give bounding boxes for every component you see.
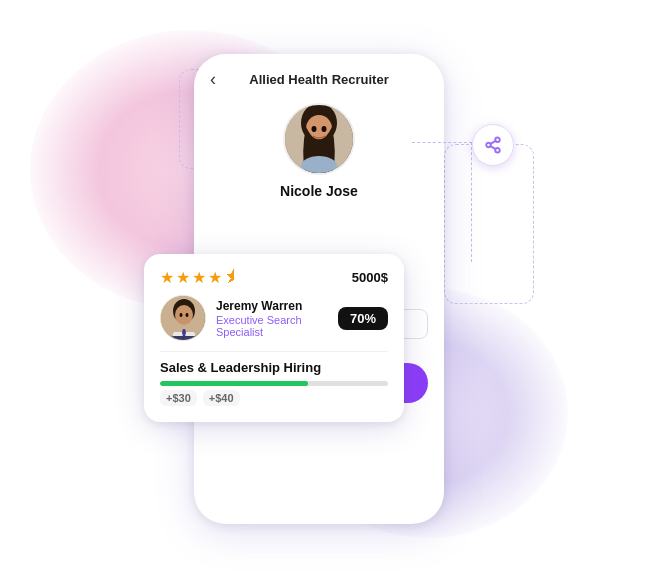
back-button[interactable]: ‹ bbox=[210, 69, 216, 90]
svg-point-16 bbox=[180, 313, 183, 317]
card-person-row: Jeremy Warren Executive Search Specialis… bbox=[160, 295, 388, 341]
star-1: ★ bbox=[160, 268, 174, 287]
match-badge: 70% bbox=[338, 307, 388, 330]
avatar-image bbox=[283, 103, 355, 173]
scene: ‹ Allied Health Recruiter bbox=[114, 24, 534, 554]
card-badges: +$30 +$40 bbox=[160, 390, 388, 406]
card-avatar bbox=[160, 295, 206, 341]
share-button[interactable] bbox=[472, 124, 514, 166]
phone-header: ‹ Allied Health Recruiter bbox=[194, 54, 444, 95]
phone-title: Allied Health Recruiter bbox=[249, 72, 388, 87]
card-price: 5000$ bbox=[352, 270, 388, 285]
svg-point-5 bbox=[322, 126, 327, 132]
star-3: ★ bbox=[192, 268, 206, 287]
card-person-name: Jeremy Warren bbox=[216, 299, 328, 313]
star-2: ★ bbox=[176, 268, 190, 287]
star-4: ★ bbox=[208, 268, 222, 287]
svg-line-10 bbox=[490, 141, 495, 144]
person-name: Nicole Jose bbox=[280, 183, 358, 199]
svg-line-9 bbox=[490, 146, 495, 149]
card-stars-row: ★ ★ ★ ★ ⯨ 5000$ bbox=[160, 268, 388, 287]
recruiter-card: ★ ★ ★ ★ ⯨ 5000$ bbox=[144, 254, 404, 422]
phone-avatar-section: Nicole Jose bbox=[194, 95, 444, 211]
dashed-decoration-right bbox=[444, 144, 534, 304]
card-person-info: Jeremy Warren Executive Search Specialis… bbox=[216, 299, 328, 338]
svg-rect-15 bbox=[171, 336, 197, 341]
card-divider bbox=[160, 351, 388, 352]
avatar bbox=[283, 103, 355, 175]
progress-fill bbox=[160, 381, 308, 386]
badge-1: +$30 bbox=[160, 390, 197, 406]
badge-2: +$40 bbox=[203, 390, 240, 406]
card-progress-row bbox=[160, 381, 388, 386]
card-person-title: Executive Search Specialist bbox=[216, 314, 328, 338]
card-job-title: Sales & Leadership Hiring bbox=[160, 360, 388, 375]
star-rating: ★ ★ ★ ★ ⯨ bbox=[160, 268, 240, 287]
progress-bar bbox=[160, 381, 388, 386]
share-icon bbox=[484, 136, 502, 154]
connector-line-horizontal bbox=[412, 142, 472, 143]
card-avatar-image bbox=[161, 296, 206, 341]
svg-point-13 bbox=[175, 305, 193, 325]
svg-point-17 bbox=[186, 313, 189, 317]
svg-point-4 bbox=[312, 126, 317, 132]
connector-line-vertical bbox=[471, 142, 472, 262]
star-half: ⯨ bbox=[224, 268, 240, 287]
